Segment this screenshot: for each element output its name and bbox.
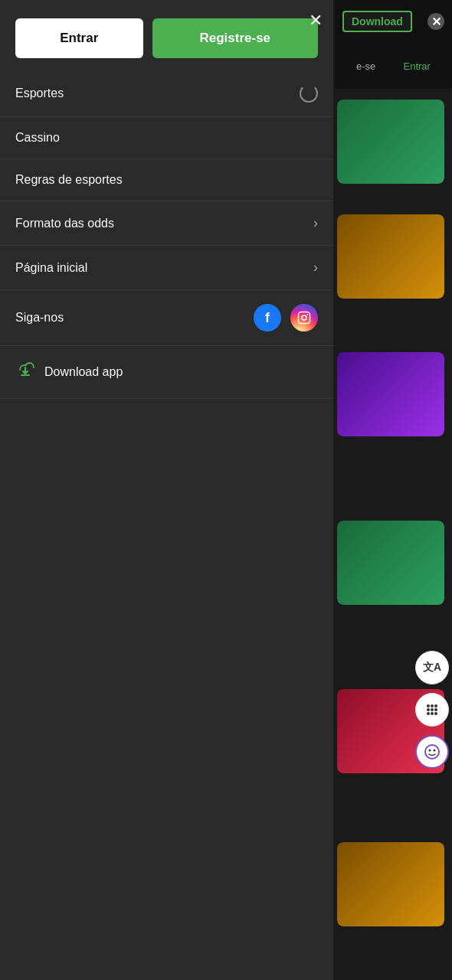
- svg-point-9: [425, 745, 439, 759]
- grid-btn[interactable]: [415, 693, 449, 727]
- menu-label-esportes: Esportes: [15, 87, 64, 100]
- menu-item-pagina[interactable]: Página inicial ›: [0, 246, 333, 290]
- svg-point-6: [427, 712, 430, 715]
- sidebar-menu: ✕ Entrar Registre-se Esportes Cassino Re…: [0, 0, 333, 980]
- svg-point-11: [434, 750, 436, 752]
- menu-item-odds[interactable]: Formato das odds ›: [0, 201, 333, 246]
- game-card-3: [337, 352, 444, 436]
- bg-nav-entrar: Entrar: [404, 60, 431, 72]
- menu-item-cassino[interactable]: Cassino: [0, 117, 333, 159]
- download-label[interactable]: Download: [342, 11, 412, 32]
- menu-list: Esportes Cassino Regras de esportes Form…: [0, 70, 333, 346]
- esportes-spinner-icon: [300, 84, 318, 103]
- svg-point-8: [434, 712, 437, 715]
- pagina-chevron-icon: ›: [313, 260, 318, 276]
- svg-point-10: [429, 750, 431, 752]
- download-cloud-icon: [15, 360, 35, 384]
- menu-item-regras[interactable]: Regras de esportes: [0, 159, 333, 201]
- social-icons-row: f: [254, 304, 318, 332]
- game-card-4: [337, 521, 444, 605]
- svg-point-13: [302, 315, 306, 320]
- translate-btn[interactable]: 文A: [415, 651, 449, 684]
- svg-point-1: [431, 704, 434, 707]
- registrese-button[interactable]: Registre-se: [152, 18, 318, 58]
- menu-label-regras: Regras de esportes: [15, 173, 123, 187]
- svg-point-3: [427, 708, 430, 711]
- game-card-6: [337, 842, 444, 926]
- game-card-2: [337, 214, 444, 299]
- bg-nav-bar: e-se Entrar: [335, 43, 452, 89]
- svg-rect-12: [299, 312, 310, 324]
- svg-point-4: [431, 708, 434, 711]
- download-app-label: Download app: [44, 365, 123, 379]
- entrar-button[interactable]: Entrar: [15, 18, 143, 58]
- svg-point-14: [306, 314, 308, 315]
- auth-buttons-row: Entrar Registre-se: [0, 6, 333, 70]
- menu-item-esportes[interactable]: Esportes: [0, 70, 333, 117]
- download-banner: Download ✕: [335, 0, 452, 43]
- svg-point-2: [434, 704, 437, 707]
- menu-item-siga[interactable]: Siga-nos f: [0, 290, 333, 346]
- menu-label-odds: Formato das odds: [15, 217, 114, 230]
- svg-point-0: [427, 704, 430, 707]
- facebook-icon[interactable]: f: [254, 304, 281, 332]
- bg-nav-registrese: e-se: [356, 60, 375, 72]
- svg-point-5: [434, 708, 437, 711]
- download-close-icon[interactable]: ✕: [427, 13, 444, 30]
- game-card-1: [337, 100, 444, 184]
- face-btn[interactable]: [415, 735, 449, 769]
- sidebar-close-button[interactable]: ✕: [309, 11, 323, 31]
- menu-label-pagina: Página inicial: [15, 261, 87, 275]
- menu-label-cassino: Cassino: [15, 131, 60, 145]
- menu-label-siga: Siga-nos: [15, 311, 64, 325]
- svg-point-7: [431, 712, 434, 715]
- odds-chevron-icon: ›: [313, 215, 318, 231]
- download-app-item[interactable]: Download app: [0, 346, 333, 399]
- instagram-icon[interactable]: [290, 304, 318, 332]
